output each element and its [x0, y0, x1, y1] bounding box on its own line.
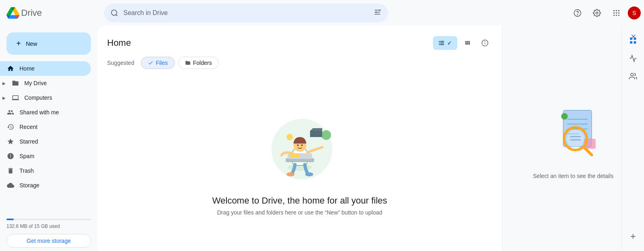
sidebar: + New Home ▶ My Drive ▶	[0, 26, 97, 251]
sidebar-item-label-storage: Storage	[19, 182, 39, 189]
files-tab-label: Files	[156, 60, 168, 66]
search-icon	[110, 9, 118, 17]
svg-point-42	[561, 113, 568, 120]
computer-icon	[11, 94, 19, 102]
svg-point-13	[614, 12, 615, 13]
grid-view-button[interactable]	[459, 36, 476, 50]
filter-tabs: Suggested Files Folders	[107, 57, 492, 69]
svg-point-27	[301, 144, 303, 146]
svg-point-16	[614, 15, 615, 16]
content-header: Home ✓	[107, 36, 492, 50]
details-panel-button[interactable]	[625, 32, 641, 49]
people-icon	[6, 108, 15, 116]
sidebar-item-recent[interactable]: Recent	[0, 120, 91, 134]
sidebar-item-computers[interactable]: ▶ Computers	[0, 90, 91, 105]
details-illustration	[541, 98, 606, 163]
new-button[interactable]: + New	[6, 32, 91, 55]
files-filter-tab[interactable]: Files	[141, 57, 175, 69]
view-controls: ✓	[433, 36, 492, 50]
sidebar-item-shared[interactable]: Shared with me	[0, 105, 91, 120]
welcome-area: Welcome to Drive, the home for all your …	[107, 79, 492, 241]
search-input[interactable]	[123, 9, 368, 17]
welcome-subtitle: Drag your files and folders here or use …	[217, 209, 382, 216]
svg-point-17	[616, 15, 617, 16]
svg-rect-51	[630, 41, 632, 44]
svg-rect-50	[633, 38, 636, 40]
home-icon	[6, 64, 15, 73]
main-wrapper: + New Home ▶ My Drive ▶	[0, 26, 644, 251]
expand-arrow-icon: ▶	[0, 79, 8, 87]
svg-point-28	[286, 172, 295, 176]
logo-area: Drive	[3, 6, 101, 19]
app-title: Drive	[21, 8, 42, 18]
svg-point-14	[616, 12, 617, 13]
sidebar-item-starred[interactable]: Starred	[0, 134, 91, 149]
sidebar-item-label-computers: Computers	[24, 94, 52, 101]
search-bar[interactable]	[104, 4, 388, 22]
get-more-storage-button[interactable]: Get more storage	[6, 234, 91, 248]
info-button[interactable]	[478, 36, 492, 50]
svg-point-32	[321, 130, 331, 140]
drive-logo-icon	[6, 6, 19, 19]
sidebar-item-label-starred: Starred	[19, 138, 38, 145]
svg-point-0	[112, 10, 117, 15]
right-panel: Select an item to see the details	[502, 26, 644, 251]
svg-rect-52	[633, 41, 636, 44]
welcome-title: Welcome to Drive, the home for all your …	[212, 195, 387, 206]
spam-icon	[6, 152, 15, 160]
expand-arrow-computers-icon: ▶	[0, 94, 8, 102]
list-view-button[interactable]: ✓	[433, 36, 457, 50]
sidebar-item-label-recent: Recent	[19, 124, 37, 130]
cloud-icon	[6, 181, 15, 189]
avatar[interactable]: S	[628, 6, 641, 19]
svg-point-26	[297, 144, 299, 146]
svg-point-53	[631, 73, 633, 76]
svg-point-11	[616, 10, 617, 11]
sidebar-item-label-trash: Trash	[19, 167, 34, 174]
svg-point-29	[305, 172, 313, 176]
topbar: Drive	[0, 0, 644, 26]
folders-tab-label: Folders	[193, 60, 212, 66]
svg-rect-49	[630, 38, 632, 40]
content-area: Home ✓	[97, 26, 502, 251]
trash-icon	[6, 167, 15, 175]
settings-button[interactable]	[589, 5, 605, 21]
svg-rect-34	[310, 131, 322, 137]
svg-point-10	[614, 10, 615, 11]
sidebar-item-label-spam: Spam	[19, 153, 34, 159]
plus-icon: +	[16, 39, 21, 48]
help-button[interactable]	[569, 5, 586, 21]
sidebar-item-trash[interactable]: Trash	[0, 163, 91, 178]
svg-point-12	[618, 10, 619, 11]
search-options-button[interactable]	[373, 8, 381, 18]
svg-point-6	[375, 11, 377, 13]
suggested-label: Suggested	[107, 60, 134, 66]
activity-panel-button[interactable]	[625, 50, 641, 67]
star-icon	[6, 137, 15, 146]
svg-point-45	[566, 130, 584, 148]
storage-section: 132.6 MB of 15 GB used Get more storage	[0, 215, 97, 251]
right-panel-description: Select an item to see the details	[533, 173, 613, 179]
new-button-wrapper: + New	[0, 29, 97, 61]
sidebar-item-my-drive[interactable]: ▶ My Drive	[0, 76, 91, 90]
clock-icon	[6, 123, 15, 131]
storage-bar-fill	[6, 219, 14, 220]
add-panel-button[interactable]	[625, 228, 641, 245]
folders-filter-tab[interactable]: Folders	[178, 57, 219, 69]
svg-line-1	[116, 15, 118, 16]
apps-button[interactable]	[608, 5, 625, 21]
new-button-label: New	[26, 41, 37, 47]
svg-point-5	[379, 9, 381, 11]
sidebar-item-home[interactable]: Home	[0, 61, 91, 76]
sidebar-item-label-home: Home	[19, 65, 34, 72]
sidebar-item-spam[interactable]: Spam	[0, 149, 91, 163]
people-panel-button[interactable]	[625, 68, 641, 84]
list-view-label: ✓	[447, 40, 452, 46]
welcome-illustration	[259, 105, 340, 186]
sidebar-item-label-shared: Shared with me	[19, 109, 59, 116]
sidebar-item-storage[interactable]: Storage	[0, 178, 91, 193]
svg-point-15	[618, 12, 619, 13]
svg-point-33	[286, 134, 293, 140]
svg-point-18	[618, 15, 619, 16]
topbar-right: S	[569, 5, 641, 21]
